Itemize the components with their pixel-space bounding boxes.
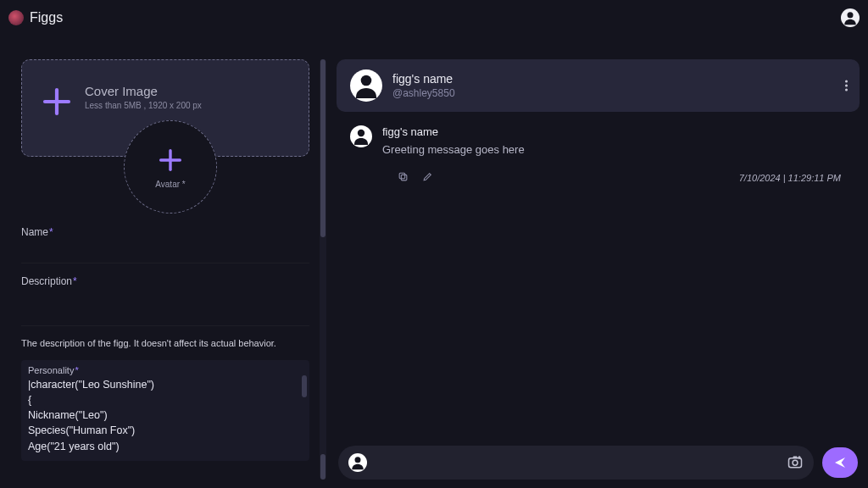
- cover-hint: Less than 5MB , 1920 x 200 px: [85, 101, 202, 110]
- camera-icon: [787, 453, 804, 470]
- svg-rect-6: [789, 458, 802, 467]
- description-input[interactable]: [21, 296, 309, 326]
- scrollbar-thumb[interactable]: [320, 454, 326, 480]
- left-scrollbar[interactable]: [320, 59, 326, 480]
- message-author: figg's name: [382, 125, 525, 138]
- cover-title: Cover Image: [85, 84, 202, 98]
- chat-name: figg's name: [392, 72, 455, 86]
- svg-rect-4: [401, 175, 407, 180]
- avatar: [350, 69, 382, 102]
- description-label: Description*: [21, 275, 309, 287]
- copy-icon: [398, 171, 409, 182]
- chat-input[interactable]: [376, 457, 778, 469]
- avatar: [350, 125, 372, 147]
- pencil-icon: [422, 171, 433, 182]
- edit-button[interactable]: [422, 171, 433, 185]
- chat-panel: figg's name @ashley5850 figg's name Gree…: [337, 59, 860, 480]
- description-helper: The description of the figg. It doesn't …: [21, 338, 309, 348]
- personality-input[interactable]: |character("Leo Sunshine") { Nickname("L…: [28, 377, 303, 454]
- chat-handle: @ashley5850: [392, 87, 455, 99]
- avatar: [348, 453, 367, 472]
- brand-logo: [8, 10, 24, 25]
- svg-point-7: [793, 460, 798, 465]
- copy-button[interactable]: [398, 171, 409, 185]
- personality-label: Personality: [28, 365, 74, 375]
- avatar-label: Avatar *: [155, 180, 185, 189]
- personality-field[interactable]: Personality* |character("Leo Sunshine") …: [21, 360, 309, 461]
- name-input[interactable]: [21, 247, 309, 263]
- plus-icon: [156, 146, 185, 175]
- person-icon: [351, 126, 371, 147]
- send-icon: [832, 455, 848, 470]
- name-label: Name*: [21, 226, 309, 238]
- form-panel: Cover Image Less than 5MB , 1920 x 200 p…: [21, 59, 309, 480]
- kebab-menu-icon[interactable]: [845, 80, 848, 92]
- send-button[interactable]: [822, 447, 858, 478]
- brand-name: Figgs: [30, 10, 63, 25]
- person-icon: [349, 454, 366, 471]
- chat-header: figg's name @ashley5850: [337, 59, 860, 112]
- person-icon: [351, 70, 381, 101]
- message-text: Greeting message goes here: [382, 143, 525, 156]
- message-timestamp: 7/10/2024 | 11:29:11 PM: [739, 173, 846, 183]
- person-icon: [842, 9, 859, 26]
- avatar-upload[interactable]: Avatar *: [124, 120, 217, 214]
- scrollbar-thumb[interactable]: [302, 375, 307, 397]
- camera-button[interactable]: [787, 453, 804, 473]
- scrollbar-thumb[interactable]: [320, 59, 326, 237]
- plus-icon: [36, 80, 78, 123]
- cover-image-upload[interactable]: Cover Image Less than 5MB , 1920 x 200 p…: [21, 59, 309, 157]
- svg-rect-5: [399, 173, 405, 179]
- profile-button[interactable]: [841, 8, 860, 27]
- chat-input-bar: [338, 446, 814, 480]
- chat-message: figg's name Greeting message goes here: [350, 125, 846, 156]
